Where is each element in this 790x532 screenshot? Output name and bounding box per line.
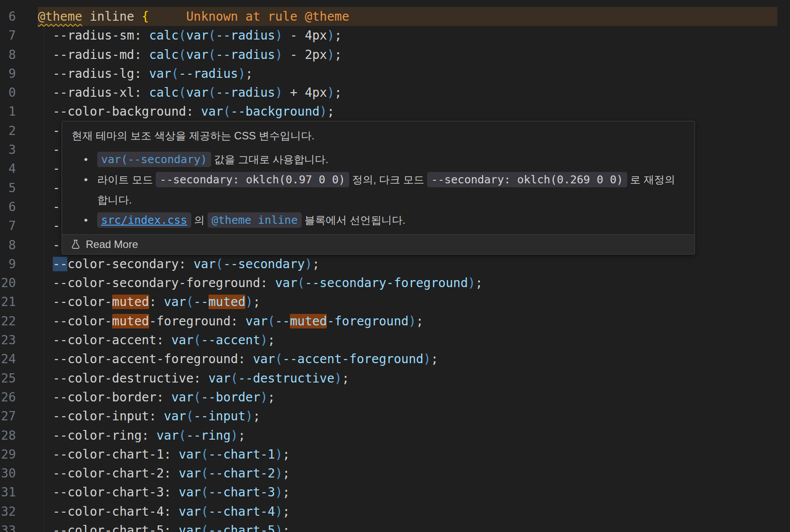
code-line[interactable]: 27 --color-input: var(--input); (0, 407, 790, 426)
code-line[interactable]: 31 --color-chart-3: var(--chart-3); (0, 483, 790, 502)
code-token: ; (253, 295, 260, 309)
code-line[interactable]: 0 --radius-xl: calc(var(--radius) + 4px)… (0, 83, 790, 102)
code-line[interactable]: 20 --color-secondary-foreground: var(--s… (0, 273, 790, 292)
code-line[interactable]: 7 --radius-sm: calc(var(--radius) - 4px)… (0, 26, 790, 45)
code-token: --radius (216, 85, 275, 100)
code-token: ; (342, 371, 349, 386)
code-text: --radius-xl: calc(var(--radius) + 4px); (16, 83, 342, 102)
code-line[interactable]: 32 --color-chart-4: var(--chart-4); (0, 502, 790, 521)
code-text: -- (16, 121, 67, 140)
code-token: ( (268, 314, 275, 328)
code-token: ( (171, 66, 179, 81)
code-line[interactable]: 28 --color-ring: var(--ring); (0, 426, 790, 445)
line-number: 25 (0, 369, 16, 388)
line-number: 29 (0, 445, 16, 464)
line-number: 23 (0, 331, 16, 350)
code-token: muted (290, 314, 327, 328)
code-text: -- (16, 179, 67, 197)
vscode-editor: 6@theme inline { Unknown at rule @theme7… (0, 0, 790, 532)
code-token: calc (149, 47, 179, 62)
code-line[interactable]: 22 --color-muted-foreground: var(--muted… (0, 312, 790, 331)
code-token: ; (416, 314, 424, 328)
code-token: -foreground (327, 314, 408, 328)
code-token: { (142, 9, 149, 24)
code-token: var (164, 295, 187, 309)
code-token: var (275, 276, 297, 290)
code-text: -- (16, 140, 67, 159)
code-text: -- (16, 216, 67, 235)
tooltip-text: 블록에서 선언됩니다. (302, 214, 406, 226)
code-text: @theme inline { Unknown at rule @theme (16, 7, 349, 26)
code-token: ; (312, 257, 320, 271)
code-token: ( (208, 47, 216, 62)
code-token: var (179, 485, 201, 499)
code-token: ) (245, 295, 253, 309)
code-token: var (208, 371, 231, 386)
code-line[interactable]: 26 --color-border: var(--border); (0, 388, 790, 407)
file-link[interactable]: src/index.css (97, 212, 191, 228)
code-line[interactable]: 25 --color-destructive: var(--destructiv… (0, 369, 790, 388)
code-line[interactable]: 1 --color-background: var(--background); (0, 102, 790, 121)
line-number: 7 (0, 216, 16, 235)
code-token: var (194, 257, 216, 271)
inline-code-chip: --secondary: oklch(0.269 0 0) (427, 172, 627, 187)
line-number: 1 (0, 102, 16, 121)
code-token: ) (305, 257, 312, 271)
tooltip-intro: 현재 테마의 보조 색상을 제공하는 CSS 변수입니다. (72, 128, 684, 143)
code-token: var (149, 66, 172, 81)
code-token: - 4px (282, 28, 327, 43)
code-token: ) (275, 85, 282, 100)
code-token: --color-chart-4: (38, 504, 179, 519)
line-number: 6 (0, 7, 16, 26)
code-token: --radius-sm: (38, 28, 149, 43)
inline-code-chip: --secondary: oklch(0.97 0 0) (156, 172, 349, 187)
code-line[interactable]: 9 --color-secondary: var(--secondary); (0, 255, 790, 273)
code-token: --color-border: (38, 390, 171, 404)
code-token: --destructive (238, 371, 334, 386)
line-number: 20 (0, 273, 16, 292)
code-line[interactable]: 30 --color-chart-2: var(--chart-2); (0, 464, 790, 483)
line-number: 8 (0, 236, 16, 255)
code-line[interactable]: 23 --color-accent: var(--accent); (0, 331, 790, 350)
code-line[interactable]: 9 --radius-lg: var(--radius); (0, 64, 790, 83)
code-text: --radius-lg: var(--radius); (16, 64, 253, 83)
code-token (38, 257, 53, 271)
code-line[interactable]: 6@theme inline { Unknown at rule @theme (0, 7, 790, 26)
code-token: ) (327, 85, 334, 100)
code-text: --color-muted: var(--muted); (16, 292, 260, 311)
code-token: --chart-3 (208, 485, 275, 499)
code-line[interactable]: 33 --color-chart-5: var(--chart-5); (0, 521, 790, 532)
tooltip-bullet: var(--secondary) 값을 그대로 사용합니다. (97, 149, 680, 170)
code-token: ; (475, 276, 483, 290)
code-line[interactable]: 29 --color-chart-1: var(--chart-1); (0, 445, 790, 464)
code-token: --ring (186, 428, 230, 443)
code-line[interactable]: 24 --color-accent-foreground: var(--acce… (0, 350, 790, 368)
code-text: --radius-sm: calc(var(--radius) - 4px); (16, 26, 342, 45)
code-token: --color-secondary-foreground: (38, 276, 275, 290)
code-line[interactable]: 8 --radius-md: calc(var(--radius) - 2px)… (0, 45, 790, 64)
code-token (149, 9, 186, 24)
code-token: --color-chart-2: (38, 466, 179, 481)
code-token: ( (230, 371, 238, 386)
code-token: ; (268, 390, 275, 404)
code-token: ) (275, 447, 282, 462)
code-token: --color- (38, 295, 112, 309)
code-token: ; (282, 447, 290, 462)
code-text: -- (16, 159, 67, 178)
code-text: --color-chart-4: var(--chart-4); (16, 502, 290, 521)
code-token: ( (186, 409, 194, 423)
code-token: --chart-5 (208, 523, 275, 532)
code-token: -- (194, 295, 208, 309)
code-text: --color-chart-5: var(--chart-5); (16, 521, 290, 532)
code-token: ( (194, 333, 201, 347)
code-token: var (179, 504, 201, 519)
line-number: 30 (0, 464, 16, 483)
code-token: ( (201, 466, 208, 481)
code-line[interactable]: 21 --color-muted: var(--muted); (0, 292, 790, 311)
tooltip-bullets: var(--secondary) 값을 그대로 사용합니다.라이트 모드 --s… (72, 149, 684, 232)
tooltip-bullet: 라이트 모드 --secondary: oklch(0.97 0 0) 정의, … (97, 170, 680, 210)
code-token: --color-chart-3: (38, 485, 179, 499)
code-token: ( (275, 352, 282, 366)
read-more-button[interactable]: Read More (62, 234, 695, 254)
line-number: 7 (0, 26, 16, 45)
